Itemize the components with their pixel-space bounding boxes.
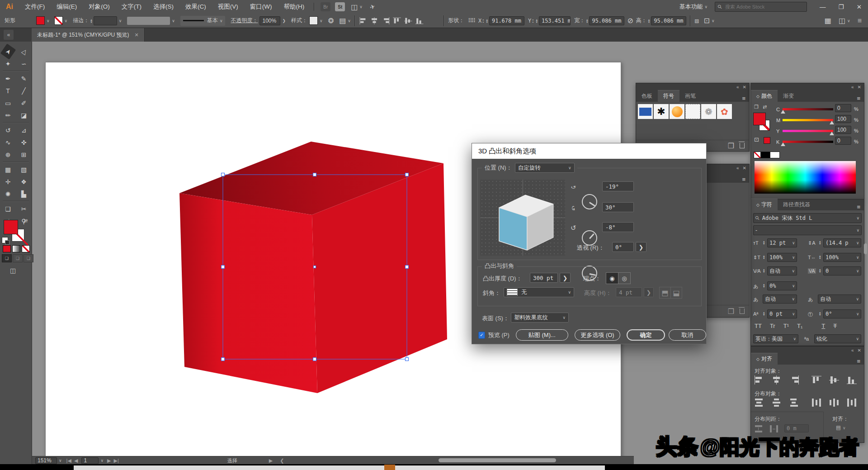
cyan-value-field[interactable]: 0	[835, 104, 851, 112]
char-rotation-stepper[interactable]: ▴▾	[819, 311, 821, 316]
menu-object[interactable]: 对象(O)	[83, 0, 116, 14]
draw-behind-button[interactable]: ❏	[13, 254, 23, 262]
align-to-selection-icon[interactable]: ▤∨	[836, 424, 845, 431]
align-obj-vcenter-icon[interactable]	[829, 375, 840, 385]
yellow-value-field[interactable]: 100	[835, 126, 851, 134]
rotate-x-field[interactable]: -19°	[602, 181, 634, 191]
menu-file[interactable]: 文件(F)	[19, 0, 51, 14]
artboard-nav-chevron[interactable]: ∨	[100, 458, 104, 463]
fill-color-swatch[interactable]	[36, 16, 45, 25]
panel-grid-icon[interactable]: ▦	[825, 16, 831, 25]
tool-rectangle[interactable]: ▭	[2, 98, 14, 109]
dist-right-icon[interactable]	[846, 398, 857, 407]
language-field[interactable]: 英语：美国∨	[753, 334, 798, 343]
cyan-slider[interactable]	[783, 108, 833, 110]
x-field[interactable]: 91.678 mm	[489, 16, 524, 25]
tool-selection[interactable]: ➤	[0, 43, 16, 59]
rotate-x-dial[interactable]	[582, 194, 597, 209]
brush-definition-dropdown[interactable]	[127, 17, 170, 25]
yellow-slider-thumb[interactable]	[830, 132, 834, 135]
magenta-slider-thumb[interactable]	[830, 121, 834, 124]
align-obj-hcenter-icon[interactable]	[771, 375, 782, 385]
vertical-scale-stepper[interactable]: ▴▾	[763, 255, 765, 259]
spacing-value-field[interactable]: 0 m	[784, 424, 809, 432]
font-family-field[interactable]: ⚲ Adobe 宋体 Std L∨	[753, 213, 862, 223]
tool-puppet-warp[interactable]: ✜	[18, 137, 30, 148]
bridge-icon[interactable]: Br	[321, 2, 330, 11]
color-collapse-icon[interactable]: «	[851, 85, 854, 90]
stroke-color-chevron[interactable]: ∨	[65, 19, 68, 23]
dock-resize-handle[interactable]	[864, 243, 867, 254]
hidden-panel-delete-icon[interactable]	[740, 309, 745, 314]
collapse-panels-icon[interactable]: «	[4, 30, 14, 40]
status-back-icon[interactable]: ❮	[280, 458, 284, 464]
font-size-stepper[interactable]: ▴▾	[763, 240, 765, 245]
hidden-panel-collapse-icon[interactable]: «	[736, 166, 739, 171]
screen-mode-icon[interactable]: ◫	[10, 267, 16, 274]
tool-width[interactable]: ∿	[2, 137, 14, 148]
align-close-icon[interactable]: ✕	[858, 348, 861, 353]
tool-magic-wand[interactable]: ✦	[2, 58, 14, 69]
perspective-field[interactable]: 0°	[612, 242, 634, 252]
align-hcenter-icon[interactable]	[370, 17, 379, 24]
align-bottom-icon[interactable]	[415, 17, 424, 24]
doc-arrange-button[interactable]: ◫∨	[839, 16, 850, 25]
black-value-field[interactable]: 0	[835, 137, 851, 145]
search-input[interactable]	[724, 4, 794, 10]
aki-right-field[interactable]: 自动∨	[818, 294, 861, 304]
tab-brushes[interactable]: 画笔	[679, 90, 701, 102]
align-left-icon[interactable]	[359, 17, 368, 24]
swap-fill-stroke-icon[interactable]: ⇄	[24, 218, 28, 224]
subscript-button[interactable]: T₁	[797, 323, 802, 329]
fill-color-chevron[interactable]: ∨	[47, 19, 50, 23]
symbols-panel-menu-icon[interactable]: ≡	[742, 95, 745, 102]
stroke-weight-stepper[interactable]: ▴▾	[90, 19, 92, 23]
tool-rotate[interactable]: ↺	[2, 125, 14, 136]
all-caps-button[interactable]: TT	[755, 323, 762, 329]
none-mode-button[interactable]	[22, 245, 30, 252]
cancel-button[interactable]: 取消	[669, 329, 706, 341]
baseline-shift-field[interactable]: 0 pt∨	[767, 309, 797, 318]
place-symbol-icon[interactable]: ❒	[728, 142, 734, 150]
tab-swatches[interactable]: 色板	[636, 90, 658, 102]
artboard-nav-field[interactable]: 1	[81, 457, 99, 464]
delete-symbol-icon[interactable]	[740, 143, 745, 148]
default-fill-stroke-icon[interactable]	[2, 237, 8, 243]
align-panel-menu-icon[interactable]: ≡	[857, 358, 860, 365]
tool-pen[interactable]: ✒	[2, 73, 14, 84]
menu-window[interactable]: 窗口(W)	[244, 0, 278, 14]
color-close-icon[interactable]: ✕	[858, 85, 861, 90]
bevel-select[interactable]: 无∨	[504, 287, 574, 297]
height-stepper[interactable]: ▴▾	[648, 19, 650, 23]
tab-pathfinder[interactable]: 路径查找器	[778, 199, 816, 210]
color-fill-swatch[interactable]	[753, 113, 766, 125]
tool-type[interactable]: T	[2, 85, 14, 96]
kerning-field[interactable]: 自动∨	[767, 266, 797, 275]
tool-paintbrush[interactable]: ✐	[18, 98, 30, 109]
yellow-slider[interactable]	[783, 130, 833, 132]
tool-eyedropper[interactable]: ✛	[2, 176, 14, 187]
none-swatch[interactable]	[754, 152, 761, 158]
document-setup-button[interactable]: ▤∨	[339, 16, 351, 25]
stroke-color-swatch[interactable]	[54, 16, 63, 25]
tsume-stepper[interactable]: ▴▾	[763, 283, 765, 288]
menu-select[interactable]: 选择(S)	[147, 0, 179, 14]
recolor-artwork-icon[interactable]: ❂	[328, 17, 334, 25]
symbol-ink-splat[interactable]: ✱	[654, 104, 669, 119]
arrange-documents-button[interactable]: ◫∨	[351, 3, 363, 11]
opacity-field[interactable]: 100%	[259, 16, 280, 25]
perspective-slider-button[interactable]: ❯	[636, 242, 646, 252]
tool-perspective-grid[interactable]: ⊞	[18, 149, 30, 160]
baseline-stepper[interactable]: ▴▾	[763, 311, 765, 316]
tab-align[interactable]: ◇对齐	[751, 353, 778, 365]
small-caps-button[interactable]: Tr	[770, 323, 775, 329]
tool-slice[interactable]: ✂	[18, 204, 30, 214]
menu-type[interactable]: 文字(T)	[116, 0, 147, 14]
tool-direct-selection[interactable]: ▷	[16, 43, 32, 59]
track-cube[interactable]	[486, 181, 559, 254]
opacity-chevron[interactable]: ❯	[282, 19, 286, 23]
last-artboard-icon[interactable]: ▶|	[113, 458, 118, 464]
document-tab[interactable]: 未标题-1* @ 151% (CMYK/GPU 预览) ✕	[32, 28, 145, 42]
tool-artboard[interactable]: ❏	[2, 204, 14, 214]
cap-off-button[interactable]: ◎	[618, 272, 631, 284]
